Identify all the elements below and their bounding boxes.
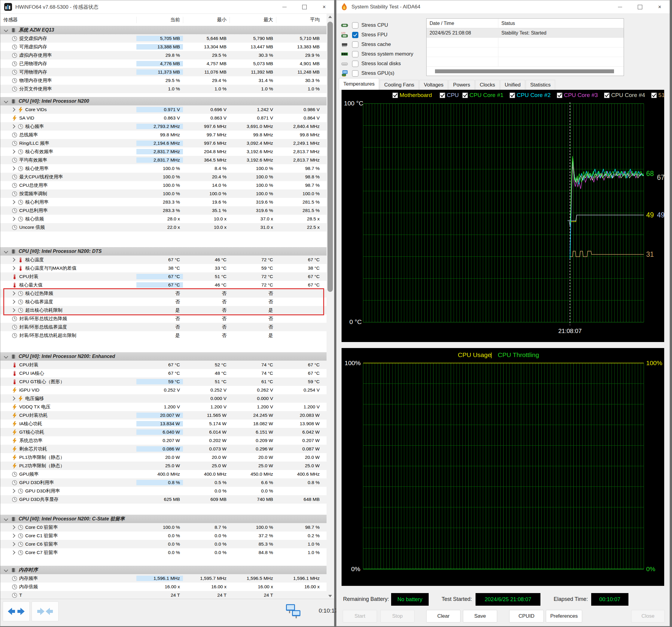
legend-item[interactable]: CPU Core #2	[510, 92, 551, 98]
expand-icon[interactable]	[11, 550, 15, 555]
hwinfo-close-icon[interactable]: ×	[314, 0, 334, 14]
sensor-row[interactable]: 电压偏移0.000 V0.000 V	[0, 394, 327, 403]
section-header[interactable]: 系统 AZW EQ13	[0, 26, 327, 34]
column-header-1[interactable]: 当前	[136, 17, 183, 23]
expand-icon[interactable]	[11, 217, 15, 221]
hwinfo-minimize-icon[interactable]	[274, 0, 294, 14]
column-header-0[interactable]: 传感器	[0, 17, 136, 23]
sensor-row[interactable]: iGPU VID0.252 V0.252 V0.262 V0.254 V	[0, 386, 327, 394]
tab-cooling-fans[interactable]: Cooling Fans	[380, 80, 419, 90]
sensor-row[interactable]: GT核心功耗6.040 W6.014 W6.151 W6.042 W	[0, 428, 327, 436]
sensor-scrollbar[interactable]	[327, 14, 334, 599]
sensor-row[interactable]: 内存频率1,596.1 MHz1,595.7 MHz1,596.5 MHz1,5…	[0, 574, 327, 582]
sensor-row[interactable]: 物理内存使用率29.5 %29.4 %31.4 %30.3 %	[0, 76, 327, 85]
expand-icon[interactable]	[11, 308, 15, 312]
sensor-row[interactable]: 可用物理内存11,373 MB11,076 MB11,392 MB11,248 …	[0, 68, 327, 76]
sensor-row[interactable]: CPU封装67 °C52 °C74 °C67 °C	[0, 361, 327, 369]
expand-columns-button[interactable]	[3, 601, 30, 621]
sensor-row[interactable]: 按需频率调制100.0 %100.0 %100.0 %100.0 %	[0, 190, 327, 198]
close-button[interactable]: Close	[631, 610, 665, 623]
sensor-row[interactable]: 分页文件使用率1.0 %1.0 %1.0 %1.0 %	[0, 85, 327, 93]
sensor-row[interactable]: 核心利用率283.3 %19.6 %319.6 %281.5 %	[0, 198, 327, 206]
sensor-row[interactable]: 封装/环形总线过热降频否否否	[0, 315, 327, 323]
cpu-checkbox[interactable]	[352, 22, 358, 28]
sensor-row[interactable]: PL2功率限制（静态）25.0 W25.0 W25.0 W25.0 W	[0, 461, 327, 470]
sensor-row[interactable]: SA VID0.863 V0.863 V0.871 V0.864 V	[0, 114, 327, 122]
expand-icon[interactable]	[11, 291, 15, 296]
sensor-row[interactable]: 已用物理内存4,776 MB4,757 MB5,073 MB4,901 MB	[0, 59, 327, 68]
tab-statistics[interactable]: Statistics	[526, 80, 555, 90]
sensor-row[interactable]: PL1功率限制（静态）20.0 W20.0 W20.0 W20.0 W	[0, 453, 327, 461]
tab-clocks[interactable]: Clocks	[475, 80, 500, 90]
expand-icon[interactable]	[11, 150, 15, 154]
sensor-row[interactable]: 最大CPU/线程使用率100.0 %20.4 %100.0 %98.8 %	[0, 173, 327, 181]
sensor-row[interactable]: 核心温度与TjMAX的差值38 °C33 °C59 °C38 °C	[0, 264, 327, 272]
sensor-row[interactable]: 封装/环形总线功耗超出限制是否是	[0, 331, 327, 340]
tab-unified[interactable]: Unified	[500, 80, 525, 90]
sensor-row[interactable]: GPU频率400.0 MHz400.0 MHz450.0 MHz400.6 MH…	[0, 470, 327, 478]
sensor-table-header[interactable]: 传感器当前最小最大平均	[0, 14, 334, 26]
sensor-row[interactable]: CPU IA核心67 °C48 °C74 °C67 °C	[0, 369, 327, 377]
expand-icon[interactable]	[11, 124, 15, 128]
sensor-row[interactable]: Ring/LLC 频率2,194.6 MHz997.6 MHz3,092.4 M…	[0, 139, 327, 147]
sensor-row[interactable]: 可用虚拟内存13,388 MB13,304 MB13,447 MB13,383 …	[0, 43, 327, 51]
sensor-row[interactable]: 核心频率2,793.2 MHz997.6 MHz3,691.0 MHz2,840…	[0, 122, 327, 131]
column-header-4[interactable]: 平均	[276, 17, 322, 23]
tab-powers[interactable]: Powers	[449, 80, 475, 90]
sensor-row[interactable]: Core C7 驻留率0.0 %0.0 %84.8 %1.0 %	[0, 548, 327, 557]
aida-maximize-icon[interactable]	[630, 0, 650, 14]
sensor-row[interactable]: Uncore 倍频22.0 x10.0 x31.0 x22.5 x	[0, 223, 327, 231]
legend-item[interactable]: CPU Core #1	[463, 92, 503, 98]
sensor-table[interactable]: 系统 AZW EQ13提交虚拟内存5,705 MB5,646 MB5,790 M…	[0, 26, 327, 599]
sensor-row[interactable]: 超出核心功耗限制是否是	[0, 306, 327, 315]
cpuid-button[interactable]: CPUID	[509, 610, 544, 623]
expand-icon[interactable]	[11, 107, 15, 112]
fpu-checkbox[interactable]	[352, 32, 358, 38]
disk-checkbox[interactable]	[352, 61, 358, 67]
sensor-row[interactable]: 核心倍频28.0 x10.0 x37.0 x28.5 x	[0, 215, 327, 223]
sensor-row[interactable]: 核心临界温度否否否	[0, 298, 327, 306]
section-header[interactable]: CPU [#0]: Intel Processor N200	[0, 97, 327, 105]
sensor-row[interactable]: CPU封装功耗20.007 W11.565 W24.245 W20.083 W	[0, 411, 327, 420]
expand-icon[interactable]	[11, 534, 15, 538]
expand-icon[interactable]	[11, 266, 15, 270]
collapse-icon[interactable]	[4, 28, 8, 32]
sensor-row[interactable]: 平均有效频率2,831.7 MHz364.5 MHz3,192.6 MHz2,8…	[0, 156, 327, 164]
collapse-columns-button[interactable]	[31, 601, 58, 621]
hwinfo-maximize-icon[interactable]	[294, 0, 314, 14]
expand-icon[interactable]	[11, 166, 15, 171]
memory-checkbox[interactable]	[352, 51, 358, 57]
sensor-row[interactable]: 系统总功率0.207 W0.202 W0.209 W0.207 W	[0, 436, 327, 445]
preferences-button[interactable]: Preferences	[546, 610, 582, 623]
sensor-row[interactable]: GPU D3D共享显存625 MB609 MB740 MB648 MB	[0, 495, 327, 504]
cache-checkbox[interactable]	[352, 42, 358, 48]
collapse-icon[interactable]	[4, 568, 8, 572]
legend-item[interactable]: CPU Core #4	[604, 92, 645, 98]
save-button[interactable]: Save	[463, 610, 497, 623]
collapse-icon[interactable]	[4, 517, 8, 521]
gpu-checkbox[interactable]	[352, 70, 358, 77]
sensor-row[interactable]: CPU总使用率100.0 %14.0 %100.0 %98.7 %	[0, 181, 327, 190]
sensor-row[interactable]: 核心有效频率2,831.7 MHz204.8 MHz3,192.6 MHz2,8…	[0, 147, 327, 156]
sensor-row[interactable]: 核心使用率100.0 %8.4 %100.0 %98.7 %	[0, 164, 327, 173]
sensor-row[interactable]: 核心过热降频否否否	[0, 289, 327, 298]
sensor-row[interactable]: Core C1 驻留率0.0 %0.0 %37.2 %0.2 %	[0, 531, 327, 540]
expand-icon[interactable]	[11, 525, 15, 529]
tab-temperatures[interactable]: Temperatures	[339, 78, 379, 90]
section-header[interactable]: CPU [#0]: Intel Processor N200: C-State …	[0, 515, 327, 523]
legend-item[interactable]: CPU	[440, 92, 459, 98]
sensor-row[interactable]: Core C6 驻留率0.0 %0.0 %85.3 %1.0 %	[0, 540, 327, 548]
expand-icon[interactable]	[11, 542, 15, 546]
sensor-row[interactable]: CPU封装67 °C51 °C72 °C67 °C	[0, 272, 327, 281]
scroll-up-icon[interactable]	[328, 16, 332, 18]
section-header[interactable]: 内存时序	[0, 566, 327, 574]
sensor-row[interactable]: 内存倍频16.00 x16.00 x16.00 x16.00 x	[0, 582, 327, 591]
sensor-row[interactable]: GPU D3D利用率0.8 %0.5 %6.6 %0.8 %	[0, 478, 327, 487]
sensor-row[interactable]: Core VIDs0.971 V0.696 V1.242 V0.986 V	[0, 105, 327, 114]
expand-icon[interactable]	[11, 258, 15, 262]
legend-item[interactable]: CPU Core #3	[557, 92, 598, 98]
remote-monitoring-button[interactable]	[280, 601, 307, 621]
legend-item[interactable]: 512GB SSD	[652, 92, 664, 98]
start-button[interactable]: Start	[343, 610, 377, 623]
tab-voltages[interactable]: Voltages	[419, 80, 448, 90]
